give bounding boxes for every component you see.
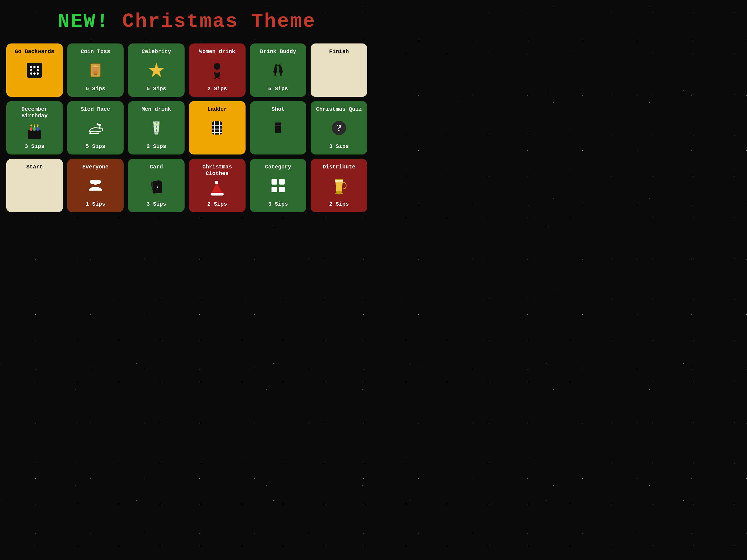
card-christmas-clothes[interactable]: Christmas Clothes 2 Sips bbox=[189, 159, 246, 212]
card-go-backwards-icon bbox=[26, 55, 43, 85]
svg-point-1 bbox=[30, 66, 32, 68]
svg-point-3 bbox=[36, 66, 39, 68]
card-start-sips bbox=[33, 201, 36, 207]
card-drink-buddy-icon bbox=[269, 55, 287, 85]
svg-marker-15 bbox=[149, 62, 164, 77]
svg-point-6 bbox=[30, 73, 32, 75]
card-sled-race[interactable]: Sled Race 5 Sips bbox=[67, 101, 124, 154]
card-men-drink-sips: 2 Sips bbox=[147, 143, 166, 150]
card-christmas-quiz[interactable]: Christmas Quiz ? 3 Sips bbox=[311, 101, 367, 154]
svg-point-8 bbox=[36, 73, 39, 75]
card-card-icon: ? bbox=[148, 170, 165, 201]
svg-line-36 bbox=[100, 127, 100, 129]
card-coin-toss-icon bbox=[87, 55, 104, 85]
svg-rect-59 bbox=[272, 187, 277, 192]
card-coin-toss-sips: 5 Sips bbox=[85, 85, 105, 92]
card-celebrity-sips: 5 Sips bbox=[147, 85, 166, 92]
svg-point-7 bbox=[33, 73, 35, 75]
card-shot[interactable]: Shot bbox=[250, 101, 307, 154]
card-everyone-label: Everyone bbox=[82, 164, 108, 170]
card-everyone[interactable]: Everyone 1 Sips bbox=[67, 159, 124, 212]
card-category-icon bbox=[269, 170, 287, 201]
card-shot-label: Shot bbox=[272, 106, 285, 113]
card-finish-sips bbox=[337, 85, 341, 92]
card-finish-label: Finish bbox=[329, 48, 349, 55]
svg-point-50 bbox=[93, 180, 98, 185]
page-title: NEW! Christmas Theme bbox=[58, 11, 316, 32]
card-shot-icon bbox=[269, 113, 287, 143]
card-drink-buddy-sips: 5 Sips bbox=[268, 85, 288, 92]
card-start[interactable]: Start bbox=[6, 159, 63, 212]
svg-point-5 bbox=[36, 69, 39, 71]
card-december-birthday-sips: 3 Sips bbox=[25, 143, 44, 150]
card-december-birthday[interactable]: December Birthday 3 Sips bbox=[6, 101, 63, 154]
card-drink-buddy-label: Drink Buddy bbox=[260, 48, 296, 55]
card-ladder-label: Ladder bbox=[207, 106, 227, 113]
card-distribute-sips: 2 Sips bbox=[329, 201, 349, 207]
card-christmas-quiz-icon: ? bbox=[330, 113, 348, 143]
card-distribute[interactable]: Distribute 2 Sips bbox=[311, 159, 367, 212]
svg-rect-14 bbox=[94, 74, 97, 75]
card-celebrity-icon bbox=[148, 55, 165, 85]
card-sled-race-label: Sled Race bbox=[81, 106, 110, 113]
card-coin-toss[interactable]: Coin Toss 5 Sips bbox=[67, 44, 124, 97]
card-card-label: Card bbox=[150, 164, 163, 170]
card-category[interactable]: Category 3 Sips bbox=[250, 159, 307, 212]
svg-rect-23 bbox=[30, 127, 32, 131]
card-card-sips: 3 Sips bbox=[147, 201, 166, 207]
card-start-label: Start bbox=[26, 164, 43, 170]
card-ladder[interactable]: Ladder bbox=[189, 101, 246, 154]
svg-point-29 bbox=[30, 124, 32, 126]
card-celebrity-label: Celebrity bbox=[141, 48, 171, 55]
card-everyone-icon bbox=[87, 170, 104, 201]
svg-rect-25 bbox=[36, 127, 39, 131]
card-women-drink-icon bbox=[208, 55, 226, 85]
card-christmas-clothes-label: Christmas Clothes bbox=[192, 164, 242, 177]
svg-rect-55 bbox=[210, 193, 224, 196]
card-men-drink[interactable]: Men drink 2 Sips bbox=[128, 101, 185, 154]
card-category-label: Category bbox=[265, 164, 291, 170]
svg-point-31 bbox=[37, 124, 38, 126]
svg-point-39 bbox=[156, 123, 159, 125]
card-christmas-clothes-sips: 2 Sips bbox=[207, 201, 227, 207]
card-women-drink-sips: 2 Sips bbox=[207, 85, 227, 92]
game-board: Go Backwards Coin Toss bbox=[6, 44, 367, 212]
card-ladder-sips bbox=[215, 143, 219, 150]
card-celebrity[interactable]: Celebrity 5 Sips bbox=[128, 44, 185, 97]
svg-point-30 bbox=[34, 124, 35, 126]
card-christmas-clothes-icon bbox=[208, 177, 226, 201]
title-rest: Christmas Theme bbox=[122, 10, 316, 33]
card-shot-sips bbox=[277, 143, 280, 150]
svg-text:?: ? bbox=[156, 184, 159, 191]
card-go-backwards[interactable]: Go Backwards bbox=[6, 44, 63, 97]
card-coin-toss-label: Coin Toss bbox=[81, 48, 110, 55]
card-category-sips: 3 Sips bbox=[268, 201, 288, 207]
card-go-backwards-label: Go Backwards bbox=[15, 48, 54, 55]
card-everyone-sips: 1 Sips bbox=[85, 201, 105, 207]
svg-rect-0 bbox=[27, 62, 42, 78]
svg-rect-22 bbox=[28, 130, 41, 139]
svg-text:?: ? bbox=[337, 123, 341, 133]
card-drink-buddy[interactable]: Drink Buddy 5 Sips bbox=[250, 44, 307, 97]
svg-rect-61 bbox=[335, 180, 343, 182]
svg-rect-57 bbox=[272, 179, 277, 184]
card-december-birthday-icon bbox=[26, 119, 43, 143]
card-christmas-quiz-sips: 3 Sips bbox=[329, 143, 349, 150]
svg-point-56 bbox=[215, 181, 218, 184]
card-finish[interactable]: Finish bbox=[311, 44, 367, 97]
card-sled-race-sips: 5 Sips bbox=[85, 143, 105, 150]
svg-rect-60 bbox=[279, 187, 285, 192]
svg-point-16 bbox=[214, 63, 221, 70]
card-women-drink[interactable]: Women drink 2 Sips bbox=[189, 44, 246, 97]
svg-point-4 bbox=[30, 69, 32, 71]
card-card[interactable]: Card ? 3 Sips bbox=[128, 159, 185, 212]
card-ladder-icon bbox=[208, 113, 226, 143]
svg-rect-58 bbox=[279, 179, 285, 184]
card-distribute-label: Distribute bbox=[323, 164, 356, 170]
svg-point-2 bbox=[33, 66, 35, 68]
card-men-drink-icon bbox=[148, 113, 165, 143]
card-sled-race-icon bbox=[87, 113, 104, 143]
card-distribute-icon bbox=[330, 170, 348, 201]
card-men-drink-label: Men drink bbox=[141, 106, 171, 113]
title-new: NEW! bbox=[58, 10, 109, 33]
